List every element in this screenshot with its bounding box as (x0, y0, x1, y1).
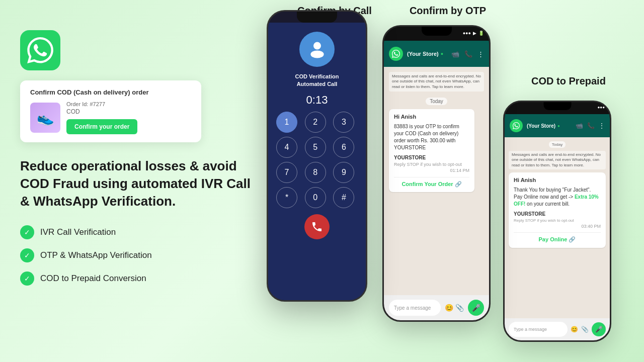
prepaid-store-name: YOURSTORE (514, 211, 601, 218)
chat-date-otp: Today (426, 98, 447, 105)
svg-point-0 (313, 42, 321, 49)
order-card: Confirm COD (Cash on delivery) order 👟 O… (20, 80, 201, 142)
chat-action-icons: 📹 📞 ⋮ (451, 50, 484, 58)
otp-greeting: Hi Anish (394, 113, 469, 121)
section-title-prepaid: COD to Prepaid (513, 75, 624, 87)
otp-timestamp: 01:14 PM (394, 167, 469, 174)
otp-store-name: YOURSTORE (394, 154, 469, 161)
whatsapp-header-otp: (Your Store) ● 📹 📞 ⋮ (384, 41, 489, 67)
feature-otp: ✓ OTP & WhatsApp Verification (20, 248, 252, 262)
video-icon[interactable]: 📹 (451, 50, 459, 58)
phone-notch-prepaid (543, 102, 571, 110)
dial-hash[interactable]: # (333, 187, 354, 208)
hero-text: Reduce operational losses & avoid COD Fr… (20, 157, 252, 210)
order-card-title: Confirm COD (Cash on delivery) order (30, 88, 191, 96)
chat-date-prepaid: Today (549, 141, 566, 148)
otp-message-bubble: Hi Anish 83883 is your OTP to confirm yo… (389, 109, 474, 192)
menu-icon-prepaid[interactable]: ⋮ (599, 122, 605, 129)
chat-placeholder-otp: Type a message (394, 305, 431, 311)
otp-chat-bg: Messages and calls are end-to-end encryp… (384, 67, 489, 295)
dial-4[interactable]: 4 (276, 137, 297, 158)
phone-ivr: COD Verification Automated Call 0:13 1 2… (267, 10, 367, 302)
prepaid-chat-icons: 📹 📞 ⋮ (576, 122, 605, 129)
dial-5[interactable]: 5 (305, 137, 326, 158)
check-icon-ivr: ✓ (20, 225, 34, 239)
call-icon-otp[interactable]: 📞 (464, 50, 472, 58)
chat-input-otp[interactable]: Type a message (389, 300, 441, 316)
chat-placeholder-prepaid: Type a message (514, 327, 547, 332)
svg-point-1 (310, 50, 324, 58)
dial-3[interactable]: 3 (333, 112, 354, 133)
order-id: Order Id: #7277 (66, 101, 191, 107)
chat-input-prepaid[interactable]: Type a message (509, 322, 568, 337)
otp-reply-stop: Reply STOP if you wish to opt-out (394, 161, 469, 168)
phone-notch-ivr (297, 12, 337, 23)
phone-notch-otp (422, 27, 452, 36)
chat-input-bar-otp: Type a message 😊 📎 🎤 (384, 295, 489, 320)
feature-otp-label: OTP & WhatsApp Verification (40, 250, 152, 260)
dial-grid: 1 2 3 4 5 6 7 8 9 * 0 # (268, 110, 366, 210)
check-icon-prepaid: ✓ (20, 272, 34, 286)
feature-ivr: ✓ IVR Call Verification (20, 225, 252, 239)
check-icon-otp: ✓ (20, 248, 34, 262)
menu-icon[interactable]: ⋮ (477, 50, 484, 58)
otp-body: 83883 is your OTP to confirm your COD (C… (394, 123, 469, 151)
feature-prepaid-label: COD to Prepaid Conversion (40, 274, 146, 284)
dial-0[interactable]: 0 (305, 187, 326, 208)
confirm-order-button[interactable]: Confirm your order (66, 119, 137, 134)
left-section: Confirm COD (Cash on delivery) order 👟 O… (20, 30, 252, 286)
features-list: ✓ IVR Call Verification ✓ OTP & WhatsApp… (20, 225, 252, 286)
phone-prepaid: ●●● (Your Store) ● 📹 📞 ⋮ Today Messages … (503, 101, 611, 342)
confirm-order-link[interactable]: Confirm Your Order 🔗 (394, 177, 469, 188)
prepaid-body: Thank You for buying "Fur Jacket". Pay O… (514, 187, 601, 208)
attach-icon-prepaid[interactable]: 📎 (581, 326, 589, 333)
attach-icon[interactable]: 📎 (455, 304, 464, 312)
ivr-title: COD Verification Automated Call (295, 73, 339, 88)
feature-ivr-label: IVR Call Verification (40, 227, 116, 237)
dial-star[interactable]: * (276, 187, 297, 208)
ivr-screen: COD Verification Automated Call 0:13 1 2… (268, 23, 366, 302)
dial-8[interactable]: 8 (305, 162, 326, 183)
section-title-otp: Confirm by OTP (397, 5, 498, 17)
sticker-icon-prepaid[interactable]: 😊 (571, 326, 578, 333)
whatsapp-header-prepaid: (Your Store) ● 📹 📞 ⋮ (505, 114, 610, 137)
info-notice-otp: Messages and calls are end-to-end encryp… (389, 72, 484, 92)
order-info: Order Id: #7277 COD Confirm your order (66, 101, 191, 134)
video-icon-prepaid[interactable]: 📹 (576, 122, 583, 129)
dial-6[interactable]: 6 (333, 137, 354, 158)
sticker-icon[interactable]: 😊 (445, 304, 453, 312)
store-name-otp: (Your Store) ● (407, 51, 447, 57)
feature-prepaid: ✓ COD to Prepaid Conversion (20, 272, 252, 286)
input-icons-otp: 😊 📎 (445, 304, 464, 312)
store-avatar-prepaid (510, 119, 523, 132)
phone-otp: ●●●▶🔋 (Your Store) ● 📹 📞 ⋮ Messages and … (382, 25, 491, 322)
whatsapp-icon (20, 30, 60, 70)
end-call-button[interactable] (304, 214, 330, 239)
mic-button-prepaid[interactable]: 🎤 (592, 322, 606, 336)
dial-2[interactable]: 2 (305, 112, 326, 133)
prepaid-greeting: Hi Anish (514, 176, 601, 184)
prepaid-timestamp: 03:40 PM (514, 223, 601, 230)
store-avatar-otp (389, 47, 403, 61)
dial-7[interactable]: 7 (276, 162, 297, 183)
mic-button-otp[interactable]: 🎤 (468, 300, 484, 316)
info-notice-prepaid: Messages and calls are end-to-end encryp… (509, 151, 606, 169)
chat-input-bar-prepaid: Type a message 😊 📎 🎤 (505, 318, 610, 340)
store-name-prepaid: (Your Store) ● (527, 123, 572, 129)
pay-online-link[interactable]: Pay Online 🔗 (514, 232, 601, 243)
dial-1[interactable]: 1 (276, 112, 297, 133)
cod-label: COD (66, 108, 191, 115)
prepaid-reply-stop: Reply STOP if you wish to opt-out (514, 218, 601, 223)
avatar-circle (299, 32, 335, 67)
prepaid-message-bubble: Hi Anish Thank You for buying "Fur Jacke… (509, 172, 606, 248)
ivr-timer: 0:13 (306, 94, 328, 107)
dial-9[interactable]: 9 (333, 162, 354, 183)
shoe-image: 👟 (30, 103, 60, 133)
call-icon-prepaid[interactable]: 📞 (587, 122, 595, 129)
prepaid-chat-bg: Today Messages and calls are end-to-end … (505, 137, 610, 318)
